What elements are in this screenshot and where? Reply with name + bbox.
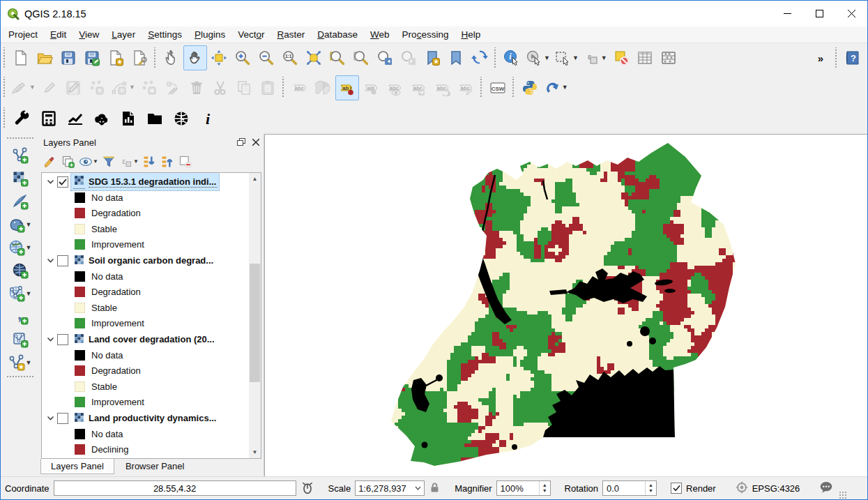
add-postgis-layer-button[interactable]: ▼ [5,213,36,236]
te-timeseries-button[interactable] [168,106,195,131]
new-geopackage-layer-button[interactable] [5,328,36,351]
copy-features-button[interactable] [232,75,256,100]
paste-features-button[interactable] [256,75,280,100]
legend-item[interactable]: Declining [42,442,249,458]
toolbar-handle[interactable] [6,137,33,142]
legend-item[interactable]: Improvement [42,395,249,411]
add-delimited-text-layer-button[interactable]: , [5,305,36,328]
plugin-reloader-button[interactable]: ▼ [542,75,570,100]
styling-dock-button[interactable] [42,153,59,171]
current-edits-dropdown-icon[interactable]: ▼ [29,84,36,91]
messages-icon[interactable] [819,481,833,495]
minimize-button[interactable] [771,1,803,26]
menu-database[interactable]: Database [311,27,364,42]
menu-raster[interactable]: Raster [271,27,312,42]
legend-item[interactable]: Degradation [42,206,249,222]
magnifier-spinner[interactable]: 100% ▲▼ [496,480,551,496]
toolbar-overflow-button[interactable]: » [809,45,832,70]
identify-features-button[interactable]: i [500,45,524,70]
layer-name[interactable]: Land cover degradation (20... [71,331,217,348]
toolbar-handle[interactable] [6,375,33,381]
zoom-native-button[interactable]: 1:1 [278,45,302,70]
layer-checkbox[interactable] [57,334,68,345]
menu-layer[interactable]: Layer [105,27,142,42]
run-feature-action-button[interactable]: ▼ [524,45,552,70]
scrollbar-thumb[interactable] [250,264,260,382]
save-project-button[interactable] [56,45,80,70]
legend-item[interactable]: Degradation [42,363,249,379]
open-project-button[interactable] [33,45,56,70]
te-info-button[interactable]: i [195,106,221,131]
layer-checkbox[interactable] [57,176,68,188]
toolbar-handle[interactable] [2,47,8,68]
add-spatialite-layer-button[interactable] [5,190,36,213]
te-trend-button[interactable] [62,106,89,131]
add-wfs-layer-button[interactable]: ▼ [5,282,36,305]
legend-item[interactable]: Stable [42,300,249,316]
layer-row[interactable]: Land cover degradation (20... [42,331,249,347]
layer-row[interactable]: SDG 15.3.1 degradation indi... [42,174,249,190]
cut-features-button[interactable] [208,75,232,100]
chevron-down-icon[interactable] [45,416,56,421]
move-feature-button[interactable] [137,75,161,100]
coordinate-input[interactable] [54,480,296,496]
pan-to-selection-button[interactable] [207,45,231,70]
toggle-editing-button[interactable] [38,75,61,100]
spinner-arrows-icon[interactable]: ▲▼ [645,481,656,495]
zoom-last-button[interactable] [373,45,397,70]
toolbar-handle[interactable] [834,47,839,68]
toolbar-handle[interactable] [479,77,485,98]
filter-legend-button[interactable] [100,153,117,171]
add-wms-layer-dropdown-icon[interactable]: ▼ [26,244,32,251]
help-contents-button[interactable]: ? [841,45,865,70]
crs-status-icon[interactable] [736,481,748,496]
maximize-button[interactable] [803,1,835,26]
legend-item[interactable]: Improvement [42,316,249,332]
rotation-spinner[interactable]: 0.0 ▲▼ [602,480,657,496]
legend-item[interactable]: Stable [42,221,249,237]
toolbar-handle[interactable] [511,77,517,98]
te-report-button[interactable] [115,106,142,131]
layer-checkbox[interactable] [57,255,68,266]
select-by-expression-dropdown-icon[interactable]: ▼ [601,55,607,61]
current-edits-button[interactable]: ▼ [9,75,38,100]
toolbar-handle[interactable] [2,107,8,130]
zoom-full-button[interactable] [302,45,326,70]
show-hide-labels-button[interactable]: abc [383,75,406,100]
chevron-down-icon[interactable] [45,337,56,342]
te-calculator-button[interactable] [36,106,62,131]
python-console-button[interactable] [518,75,542,100]
zoom-to-layer-button[interactable] [349,45,373,70]
layer-name[interactable]: Land productivity dynamics... [71,410,218,427]
menu-vector[interactable]: Vector [231,27,271,42]
zoom-to-selection-button[interactable] [326,45,349,70]
mouse-extents-toggle-icon[interactable] [300,480,314,497]
add-wfs-layer-dropdown-icon[interactable]: ▼ [26,290,32,297]
zoom-in-button[interactable] [231,45,254,70]
delete-selected-button[interactable] [185,75,208,100]
add-wcs-layer-button[interactable] [5,259,36,282]
select-by-expression-button[interactable]: ε▼ [581,45,609,70]
move-label-button[interactable]: abc [406,75,430,100]
save-layer-edits-button[interactable] [61,75,85,100]
add-raster-layer-button[interactable] [5,167,36,190]
menu-processing[interactable]: Processing [396,27,455,42]
menu-plugins[interactable]: Plugins [188,27,231,42]
remove-layer-button[interactable] [177,153,194,171]
legend-item[interactable]: No data [42,347,249,363]
map-canvas[interactable] [264,134,867,476]
filter-expression-button[interactable]: ε▼ [119,153,139,171]
uganda-degradation-map[interactable] [265,135,867,476]
add-postgis-layer-dropdown-icon[interactable]: ▼ [26,221,32,228]
scale-combo[interactable]: 1:6,278,937 [355,480,425,496]
scroll-down-icon[interactable]: ▼ [249,446,261,458]
save-project-as-button[interactable] [80,45,104,70]
rotate-label-button[interactable]: abc [430,75,454,100]
chevron-down-icon[interactable] [45,179,56,185]
touch-zoom-button[interactable] [160,45,183,70]
spinner-arrows-icon[interactable]: ▲▼ [539,481,550,495]
tab-browser-panel[interactable]: Browser Panel [116,459,195,474]
new-project-button[interactable] [9,45,33,70]
run-feature-action-dropdown-icon[interactable]: ▼ [544,55,550,61]
add-wms-layer-button[interactable]: ▼ [5,236,36,259]
